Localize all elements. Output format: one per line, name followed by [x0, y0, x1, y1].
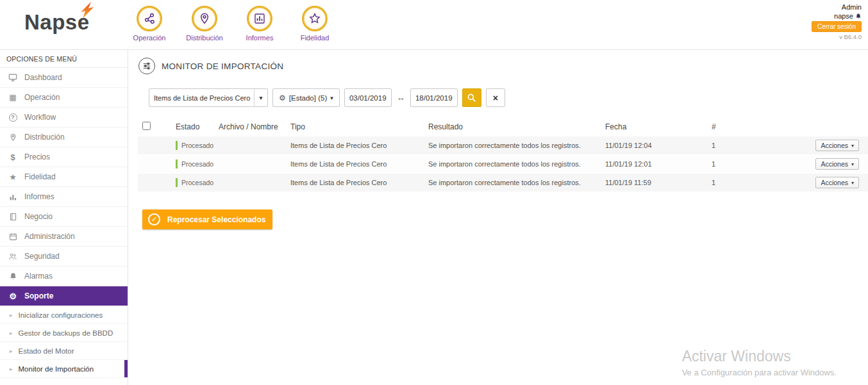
book-icon [8, 213, 18, 221]
sidebar-item-label: Soporte [24, 291, 53, 300]
sidebar-item-operacion[interactable]: ▦ Operación [0, 88, 128, 108]
page-title: MONITOR DE IMPORTACIÓN [138, 58, 868, 74]
select-value: Items de Lista de Precios Cero [154, 94, 250, 102]
bar-chart-icon [8, 193, 18, 201]
nav-label: Distribución [186, 34, 222, 42]
acciones-button[interactable]: Acciones ▾ [815, 158, 859, 170]
sidebar-item-dashboard[interactable]: Dashboard [0, 68, 128, 88]
nav-fidelidad[interactable]: Fidelidad [297, 6, 333, 42]
sidebar-item-administracion[interactable]: Administración [0, 227, 128, 247]
check-circle-icon: ✓ [148, 213, 160, 225]
cell-tipo: Items de Lista de Precios Cero [290, 179, 428, 186]
acciones-button[interactable]: Acciones ▾ [815, 177, 859, 188]
caret-right-icon: ▸ [10, 312, 13, 318]
table-header-row: Estado Archivo / Nombre Tipo Resultado F… [138, 117, 868, 136]
sidebar-item-label: Precios [24, 152, 50, 161]
clear-filters-button[interactable]: × [486, 88, 505, 107]
date-from-input[interactable] [344, 88, 392, 107]
table-row: Procesado Items de Lista de Precios Cero… [138, 155, 868, 174]
main-content: MONITOR DE IMPORTACIÓN Items de Lista de… [128, 50, 868, 385]
user-name-text: napse [834, 12, 853, 20]
watermark-subtitle: Ve a Configuración para activar Windows. [682, 368, 837, 377]
sidebar-item-informes[interactable]: Informes [0, 187, 128, 207]
sidebar-item-distribucion[interactable]: Distribución [0, 127, 128, 147]
status-color-bar [176, 160, 178, 168]
caret-down-icon: ▾ [851, 161, 854, 167]
sidebar-subitem-gestor-backups[interactable]: ▸ Gestor de backups de BBDD [0, 324, 128, 342]
caret-right-icon: ▸ [10, 348, 13, 354]
status-badge: Procesado [176, 141, 219, 150]
col-header-resultado: Resultado [428, 122, 605, 131]
acciones-button[interactable]: Acciones ▾ [815, 140, 859, 151]
calendar-icon [8, 233, 18, 241]
module-nav: Operación Distribución I [131, 0, 333, 42]
spark-icon [78, 1, 96, 19]
col-header-archivo: Archivo / Nombre [219, 122, 290, 131]
cell-resultado: Se importaron correctamente todos los re… [428, 142, 605, 149]
estado-filter-button[interactable]: ⚙ [Estado] (5) ▾ [272, 88, 340, 107]
top-header: Napse Operación [0, 0, 868, 50]
user-block: Admin napse Cerrar sesión v B6.4.0 [812, 0, 868, 40]
nav-operacion[interactable]: Operación [131, 6, 167, 42]
user-name: napse [834, 12, 862, 20]
sidebar-item-workflow[interactable]: ? Workflow [0, 108, 128, 127]
col-header-num: # [712, 122, 756, 131]
cell-tipo: Items de Lista de Precios Cero [290, 142, 428, 149]
sidebar-item-label: Alarmas [24, 272, 53, 281]
search-icon [467, 93, 476, 102]
map-pin-icon [192, 6, 217, 31]
sidebar: OPCIONES DE MENÚ Dashboard ▦ Operación ?… [0, 50, 128, 385]
gear-icon: ⚙ [279, 94, 286, 102]
nav-distribucion[interactable]: Distribución [187, 6, 222, 42]
sidebar-subitem-label: Inicializar configuraciones [19, 311, 103, 319]
sidebar-subitem-label: Monitor de Importación [19, 365, 94, 373]
chevron-down-icon: ▼ [254, 89, 267, 106]
caret-right-icon: ▸ [10, 330, 13, 336]
sidebar-item-negocio[interactable]: Negocio [0, 207, 128, 227]
sidebar-subitem-monitor-de-importacion[interactable]: ▸ Monitor de Importación [0, 360, 128, 378]
logout-button[interactable]: Cerrar sesión [812, 21, 862, 32]
table-row: Procesado Items de Lista de Precios Cero… [138, 174, 868, 192]
network-icon [137, 6, 162, 31]
sidebar-item-seguridad[interactable]: Seguridad [0, 247, 128, 266]
sidebar-item-label: Workflow [24, 113, 56, 122]
version-text: v B6.4.0 [839, 33, 862, 40]
search-button[interactable] [462, 88, 481, 107]
cell-fecha: 11/01/19 12:04 [605, 142, 712, 149]
cell-fecha: 11/01/19 11:59 [605, 179, 712, 186]
sidebar-item-label: Informes [24, 192, 54, 201]
bar-chart-icon [247, 6, 272, 31]
date-to-input[interactable] [410, 88, 458, 107]
windows-activation-watermark: Activar Windows Ve a Configuración para … [682, 348, 837, 377]
status-color-bar [176, 141, 178, 150]
sidebar-item-label: Dashboard [24, 73, 62, 82]
sidebar-subitem-label: Gestor de backups de BBDD [19, 329, 113, 337]
date-range-arrow-icon: ↔ [397, 93, 405, 102]
monitor-icon [8, 73, 18, 82]
sidebar-item-label: Distribución [24, 133, 65, 142]
sidebar-subitem-inicializar-configuraciones[interactable]: ▸ Inicializar configuraciones [0, 306, 128, 324]
bell-icon[interactable] [855, 13, 862, 20]
select-all-checkbox[interactable] [142, 122, 151, 130]
user-role: Admin [842, 3, 862, 11]
sidebar-subitem-estado-del-motor[interactable]: ▸ Estado del Motor [0, 342, 128, 360]
close-icon: × [493, 93, 498, 103]
import-type-select[interactable]: Items de Lista de Precios Cero ▼ [149, 88, 268, 107]
reprocess-selected-button[interactable]: ✓ Reprocesar Seleccionados [142, 209, 272, 229]
sidebar-item-fidelidad[interactable]: ★ Fidelidad [0, 167, 128, 187]
nav-informes[interactable]: Informes [242, 6, 278, 42]
cell-num: 1 [712, 160, 756, 168]
filter-sliders-icon [138, 58, 155, 74]
import-table: Estado Archivo / Nombre Tipo Resultado F… [138, 117, 868, 192]
status-badge: Procesado [176, 178, 219, 187]
sidebar-item-alarmas[interactable]: Alarmas [0, 266, 128, 286]
sidebar-title: OPCIONES DE MENÚ [0, 50, 128, 68]
question-icon: ? [8, 113, 18, 122]
col-header-fecha: Fecha [605, 122, 712, 131]
cell-fecha: 11/01/19 12:01 [605, 160, 712, 168]
map-pin-icon [8, 133, 18, 142]
col-header-estado: Estado [176, 122, 219, 131]
sidebar-item-precios[interactable]: $ Precios [0, 147, 128, 167]
sidebar-item-soporte[interactable]: ⚙ Soporte [0, 286, 128, 306]
caret-down-icon: ▾ [851, 143, 854, 149]
